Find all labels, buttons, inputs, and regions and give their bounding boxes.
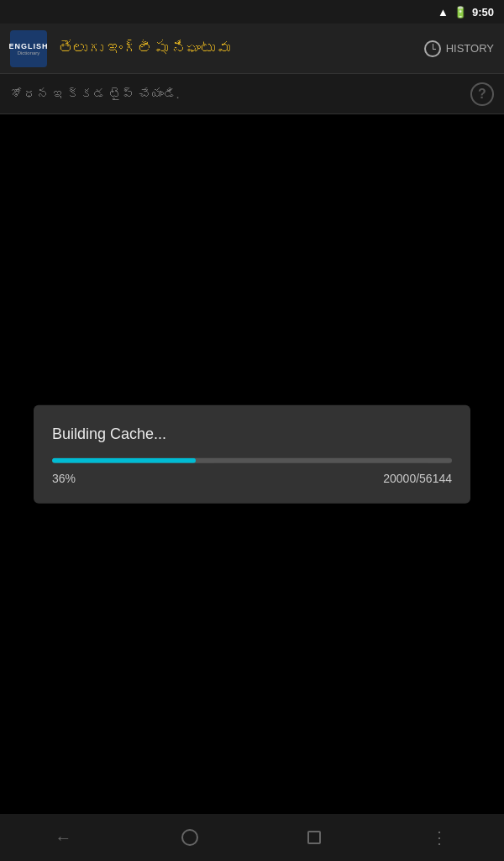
- search-input[interactable]: [10, 87, 470, 101]
- app-bar: ENGLISH Dictionary తెలుగు ఇంగ్లీషు నిఘంట…: [0, 24, 504, 74]
- history-button[interactable]: HISTORY: [424, 40, 494, 57]
- wifi-icon: ▲: [438, 6, 449, 18]
- history-icon: [424, 40, 441, 57]
- status-icons: ▲ 🔋 9:50: [438, 6, 494, 18]
- back-icon: ←: [55, 828, 71, 848]
- status-time: 9:50: [472, 6, 494, 18]
- progress-title: Building Cache...: [52, 425, 452, 443]
- main-content: Building Cache... 36% 20000/56144: [0, 114, 504, 814]
- more-icon: ⋮: [431, 827, 449, 848]
- home-icon: [181, 829, 198, 846]
- help-button[interactable]: ?: [470, 82, 494, 106]
- progress-stats: 36% 20000/56144: [52, 472, 452, 485]
- status-bar: ▲ 🔋 9:50: [0, 0, 504, 24]
- progress-dialog: Building Cache... 36% 20000/56144: [34, 405, 470, 504]
- back-button[interactable]: ←: [38, 820, 88, 856]
- home-button[interactable]: [165, 821, 215, 854]
- app-logo: ENGLISH Dictionary: [10, 30, 47, 67]
- progress-bar-fill: [52, 458, 196, 463]
- history-label: HISTORY: [446, 42, 494, 55]
- help-icon: ?: [478, 87, 486, 102]
- nav-bar: ← ⋮: [0, 814, 504, 861]
- more-button[interactable]: ⋮: [414, 819, 466, 856]
- recents-icon: [307, 831, 321, 844]
- search-bar: ?: [0, 74, 504, 114]
- app-logo-dict: Dictionary: [18, 50, 40, 55]
- app-title: తెలుగు ఇంగ్లీషు నిఘంటువు: [59, 40, 424, 57]
- progress-count: 20000/56144: [383, 472, 452, 485]
- recents-button[interactable]: [291, 822, 338, 853]
- progress-bar-track: [52, 458, 452, 463]
- progress-percent: 36%: [52, 472, 76, 485]
- battery-icon: 🔋: [454, 6, 467, 18]
- app-logo-english: ENGLISH: [9, 42, 49, 50]
